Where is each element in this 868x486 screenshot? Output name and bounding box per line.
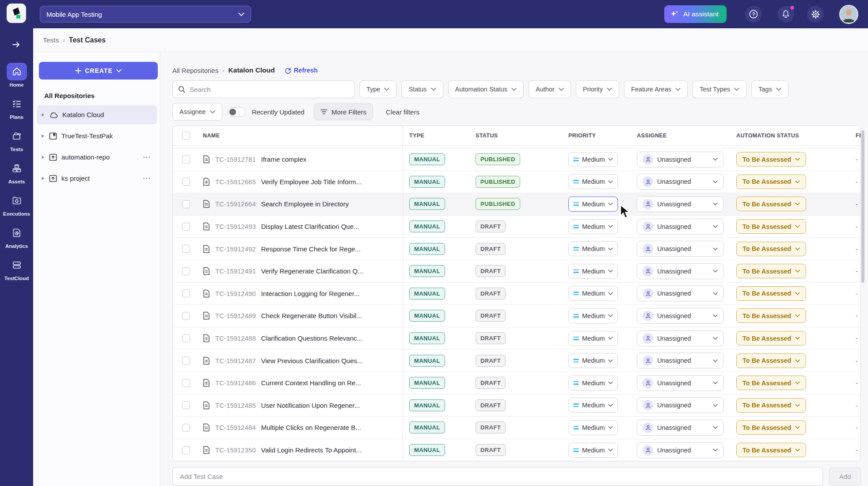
search-input[interactable]	[190, 86, 349, 93]
row-checkbox[interactable]	[182, 357, 190, 364]
sidebar-item-assets[interactable]: Assets	[0, 159, 33, 184]
clear-filters-button[interactable]: Clear filters	[386, 108, 419, 116]
assignee-dropdown[interactable]: Unassigned	[637, 219, 723, 235]
automation-status-dropdown[interactable]: To Be Assessed	[736, 376, 806, 390]
row-checkbox[interactable]	[182, 334, 190, 342]
row-checkbox[interactable]	[182, 289, 190, 297]
row-checkbox[interactable]	[182, 424, 190, 432]
filter-assignee[interactable]: Assignee	[172, 103, 222, 121]
assignee-dropdown[interactable]: Unassigned	[637, 397, 723, 413]
add-button[interactable]: Add	[829, 467, 861, 486]
sidebar-item-tests[interactable]: Tests	[0, 127, 33, 152]
priority-dropdown[interactable]: Medium	[568, 264, 618, 279]
add-test-case-input[interactable]	[172, 467, 823, 486]
test-case-name-cell[interactable]: TC-15912491 Verify Regenerate Clarificat…	[199, 267, 403, 275]
assignee-dropdown[interactable]: Unassigned	[637, 174, 723, 190]
test-case-name-cell[interactable]: TC-15912665 Verify Employee Job Title In…	[199, 178, 403, 186]
table-row[interactable]: TC-15912488 Clarification Questions Rele…	[173, 327, 860, 350]
more-filters-button[interactable]: More Filters	[314, 103, 373, 120]
repo-item-katalon-cloud[interactable]: Katalon Cloud	[37, 105, 157, 124]
test-case-name-cell[interactable]: TC-15912484 Multiple Clicks on Regenerat…	[199, 423, 403, 432]
automation-status-dropdown[interactable]: To Be Assessed	[736, 242, 806, 256]
filter-tags[interactable]: Tags	[751, 80, 788, 98]
filter-type[interactable]: Type	[359, 80, 396, 98]
assignee-dropdown[interactable]: Unassigned	[637, 263, 723, 279]
priority-dropdown[interactable]: Medium	[568, 353, 618, 368]
help-button[interactable]: ?	[745, 6, 762, 23]
column-header-automation-status[interactable]: AUTOMATION STATUS	[730, 133, 849, 139]
assignee-dropdown[interactable]: Unassigned	[637, 353, 723, 368]
user-avatar[interactable]	[839, 5, 858, 24]
row-checkbox[interactable]	[182, 401, 190, 409]
priority-dropdown[interactable]: Medium	[568, 443, 618, 458]
table-row[interactable]: TC-15912492 Response Time Check for Rege…	[173, 238, 860, 260]
filter-status[interactable]: Status	[401, 80, 443, 98]
filter-priority[interactable]: Priority	[576, 80, 619, 98]
test-case-name-cell[interactable]: TC-15912490 Interaction Logging for Rege…	[199, 289, 403, 298]
table-row[interactable]: TC-15912350 Valid Login Redirects To App…	[173, 439, 860, 461]
project-selector[interactable]: Mobile App Testing	[40, 6, 251, 23]
sidebar-item-home[interactable]: Home	[0, 63, 33, 87]
table-row[interactable]: TC-15912491 Verify Regenerate Clarificat…	[173, 260, 860, 283]
test-case-name-cell[interactable]: TC-15912485 User Notification Upon Regen…	[199, 401, 403, 410]
assignee-dropdown[interactable]: Unassigned	[637, 196, 723, 212]
column-header-name[interactable]: NAME	[199, 133, 403, 139]
row-checkbox[interactable]	[182, 446, 190, 454]
table-row[interactable]: TC-15912781 Iframe complex MANUAL PUBLIS…	[173, 148, 860, 171]
caret-right-icon[interactable]	[41, 176, 45, 181]
priority-dropdown[interactable]: Medium	[568, 420, 618, 435]
repo-menu-button[interactable]: ⋯	[141, 174, 152, 183]
table-row[interactable]: TC-15912490 Interaction Logging for Rege…	[173, 283, 860, 305]
automation-status-dropdown[interactable]: To Be Assessed	[736, 175, 806, 189]
automation-status-dropdown[interactable]: To Be Assessed	[736, 152, 806, 167]
priority-dropdown[interactable]: Medium	[568, 241, 618, 256]
automation-status-dropdown[interactable]: To Be Assessed	[736, 398, 806, 413]
assignee-dropdown[interactable]: Unassigned	[637, 375, 723, 391]
test-case-name-cell[interactable]: TC-15912781 Iframe complex	[199, 155, 403, 163]
repo-item-ks-project[interactable]: ks project ⋯	[37, 169, 157, 188]
priority-dropdown[interactable]: Medium	[568, 197, 618, 212]
repo-item-truetest-testpak[interactable]: TrueTest-TestPak	[37, 126, 157, 145]
ai-assistant-button[interactable]: AI assistant	[664, 5, 727, 23]
assignee-dropdown[interactable]: Unassigned	[637, 442, 723, 458]
filter-feature-areas[interactable]: Feature Areas	[624, 80, 688, 98]
test-case-name-cell[interactable]: TC-15912492 Response Time Check for Rege…	[199, 245, 403, 253]
table-row[interactable]: TC-15912485 User Notification Upon Regen…	[173, 395, 860, 417]
automation-status-dropdown[interactable]: To Be Assessed	[736, 331, 806, 346]
column-header-assignee[interactable]: ASSIGNEE	[630, 133, 730, 139]
automation-status-dropdown[interactable]: To Be Assessed	[736, 420, 806, 435]
table-row[interactable]: TC-15912489 Check Regenerate Button Visi…	[173, 305, 860, 327]
automation-status-dropdown[interactable]: To Be Assessed	[736, 308, 806, 323]
sidebar-item-analytics[interactable]: Analytics	[0, 224, 33, 249]
assignee-dropdown[interactable]: Unassigned	[637, 420, 723, 436]
column-header-priority[interactable]: PRIORITY	[562, 133, 630, 139]
settings-button[interactable]	[807, 6, 824, 23]
test-case-name-cell[interactable]: TC-15912488 Clarification Questions Rele…	[199, 334, 403, 342]
row-checkbox[interactable]	[182, 267, 190, 275]
assignee-dropdown[interactable]: Unassigned	[637, 152, 723, 167]
expand-sidebar-button[interactable]	[10, 38, 23, 51]
column-header-type[interactable]: TYPE	[403, 133, 469, 139]
assignee-dropdown[interactable]: Unassigned	[637, 241, 723, 257]
filter-test-types[interactable]: Test Types	[693, 80, 746, 98]
repo-item-automation-repo[interactable]: automation-repo ⋯	[37, 148, 157, 167]
notifications-button[interactable]	[777, 6, 794, 23]
sidebar-item-testcloud[interactable]: TestCloud	[0, 256, 33, 281]
table-row[interactable]: TC-15912487 View Previous Clarification …	[173, 349, 860, 372]
assignee-dropdown[interactable]: Unassigned	[637, 330, 723, 346]
row-checkbox[interactable]	[182, 312, 190, 320]
assignee-dropdown[interactable]: Unassigned	[637, 285, 723, 301]
row-checkbox[interactable]	[182, 178, 190, 186]
row-checkbox[interactable]	[182, 245, 190, 253]
priority-dropdown[interactable]: Medium	[568, 398, 618, 413]
priority-dropdown[interactable]: Medium	[568, 152, 618, 167]
column-header-feature-areas[interactable]: FE	[849, 133, 860, 139]
automation-status-dropdown[interactable]: To Be Assessed	[736, 219, 806, 234]
test-case-name-cell[interactable]: TC-15912486 Current Context Handling on …	[199, 379, 403, 387]
caret-right-icon[interactable]	[41, 134, 45, 138]
breadcrumb-parent[interactable]: Tests	[43, 36, 59, 44]
automation-status-dropdown[interactable]: To Be Assessed	[736, 197, 806, 211]
filter-automation-status[interactable]: Automation Status	[448, 80, 524, 98]
column-header-status[interactable]: STATUS	[469, 133, 562, 139]
sidebar-item-plans[interactable]: Plans	[0, 95, 33, 120]
